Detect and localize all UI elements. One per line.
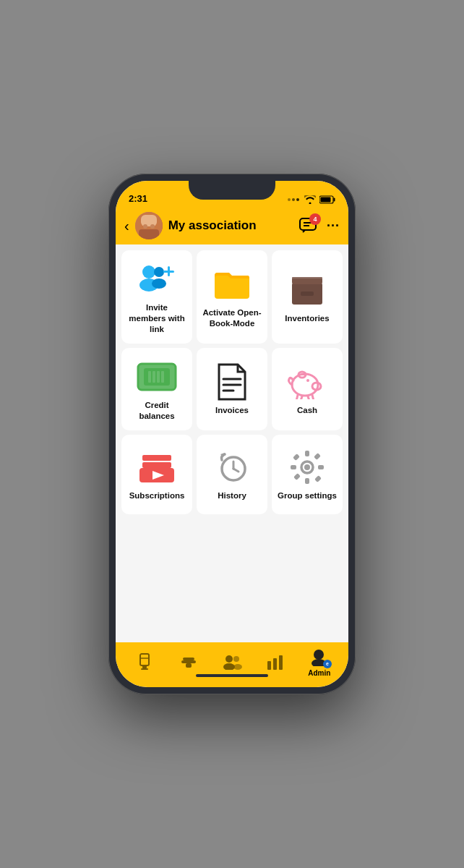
invite-members-item[interactable]: Invite members with link: [121, 250, 192, 344]
settings-icon: [286, 450, 328, 485]
back-button[interactable]: ‹: [124, 218, 129, 234]
svg-rect-75: [273, 658, 277, 670]
history-clock-icon: [215, 450, 249, 485]
svg-rect-59: [293, 454, 300, 461]
cash-item[interactable]: Cash: [272, 348, 343, 430]
svg-point-15: [142, 265, 155, 278]
svg-rect-30: [152, 371, 155, 383]
menu-grid: Invite members with link Activate Open-B…: [116, 244, 348, 642]
avatar-image: [135, 212, 163, 239]
notifications-button[interactable]: 4: [299, 218, 317, 234]
svg-point-18: [152, 278, 166, 289]
invite-members-icon: [136, 263, 178, 295]
stats-tab-icon: [267, 654, 284, 670]
wifi-icon: [304, 195, 316, 204]
tab-bar: e Admin: [116, 642, 348, 687]
svg-point-70: [225, 655, 233, 663]
svg-point-39: [306, 379, 309, 382]
credit-balances-label: Credit balances: [127, 400, 186, 422]
svg-rect-31: [157, 371, 160, 383]
svg-point-72: [233, 656, 239, 662]
svg-point-2: [296, 198, 299, 201]
history-icon: [211, 450, 253, 485]
piggy-icon: [286, 365, 328, 399]
svg-point-71: [223, 663, 235, 670]
invoice-icon: [211, 365, 253, 399]
svg-rect-65: [142, 665, 147, 668]
tab-members[interactable]: [210, 654, 254, 670]
svg-rect-9: [139, 229, 159, 239]
svg-rect-69: [186, 663, 192, 668]
credit-balances-item[interactable]: Credit balances: [121, 348, 192, 430]
svg-rect-67: [181, 660, 196, 663]
invite-members-label: Invite members with link: [127, 302, 186, 335]
inventories-item[interactable]: Inventories: [272, 250, 343, 344]
invoices-icon: [216, 363, 248, 401]
invoices-item[interactable]: Invoices: [197, 348, 267, 430]
svg-rect-40: [301, 374, 306, 375]
tab-admin[interactable]: e Admin: [298, 647, 341, 677]
group-settings-icon: [289, 449, 325, 485]
credit-balances-icon: [137, 361, 177, 393]
notch: [189, 181, 275, 200]
svg-point-37: [312, 383, 321, 390]
svg-rect-63: [140, 654, 149, 665]
subscriptions-item[interactable]: Subscriptions: [121, 435, 192, 514]
svg-rect-25: [292, 277, 322, 278]
svg-point-1: [292, 198, 295, 201]
inventories-label: Inventories: [285, 313, 329, 324]
activate-open-book-item[interactable]: Activate Open-Book-Mode: [197, 250, 267, 344]
svg-rect-20: [163, 271, 174, 273]
svg-point-10: [143, 224, 147, 229]
history-item[interactable]: History: [197, 435, 267, 514]
svg-point-54: [304, 464, 310, 470]
subscriptions-label: Subscriptions: [129, 490, 185, 501]
svg-rect-62: [314, 453, 321, 460]
status-icons: [288, 195, 335, 204]
svg-point-17: [154, 267, 164, 277]
invite-icon: [136, 262, 178, 297]
svg-line-51: [233, 469, 239, 472]
more-menu-button[interactable]: ···: [327, 218, 340, 234]
svg-rect-29: [148, 371, 151, 383]
svg-rect-56: [305, 478, 309, 484]
svg-rect-60: [314, 475, 322, 482]
avatar: [135, 212, 163, 239]
tab-drinks[interactable]: [123, 652, 166, 671]
invoices-label: Invoices: [215, 405, 249, 416]
svg-rect-32: [161, 371, 164, 383]
admin-tab-label: Admin: [308, 669, 330, 677]
battery-icon: [319, 195, 335, 204]
folder-icon: [211, 267, 253, 302]
svg-rect-57: [291, 465, 296, 469]
status-time: 2:31: [129, 193, 147, 204]
svg-point-0: [288, 198, 291, 201]
activate-open-book-label: Activate Open-Book-Mode: [202, 307, 262, 329]
cash-icon: [286, 365, 328, 399]
inventories-icon: [289, 273, 325, 307]
svg-point-73: [233, 664, 242, 670]
svg-line-42: [301, 396, 302, 399]
svg-rect-24: [301, 292, 314, 296]
svg-rect-76: [279, 655, 283, 670]
tab-food[interactable]: [166, 653, 210, 671]
group-settings-item[interactable]: Group settings: [272, 435, 343, 514]
phone-screen: 2:31: [116, 181, 348, 687]
signal-icon: [288, 197, 301, 203]
svg-line-44: [312, 395, 314, 399]
header: ‹ My association: [116, 207, 348, 244]
svg-rect-74: [267, 661, 271, 670]
tab-stats[interactable]: [254, 654, 297, 670]
svg-point-77: [314, 650, 324, 660]
svg-rect-66: [141, 668, 148, 670]
svg-rect-61: [293, 473, 301, 480]
group-settings-label: Group settings: [278, 490, 337, 501]
header-title: My association: [168, 218, 293, 233]
svg-rect-55: [305, 451, 309, 456]
cash-label: Cash: [297, 405, 317, 416]
svg-point-11: [150, 224, 155, 229]
subscriptions-icon: [137, 451, 177, 484]
phone-frame: 2:31: [108, 174, 356, 694]
svg-line-43: [308, 396, 309, 399]
notification-badge: 4: [309, 213, 321, 225]
